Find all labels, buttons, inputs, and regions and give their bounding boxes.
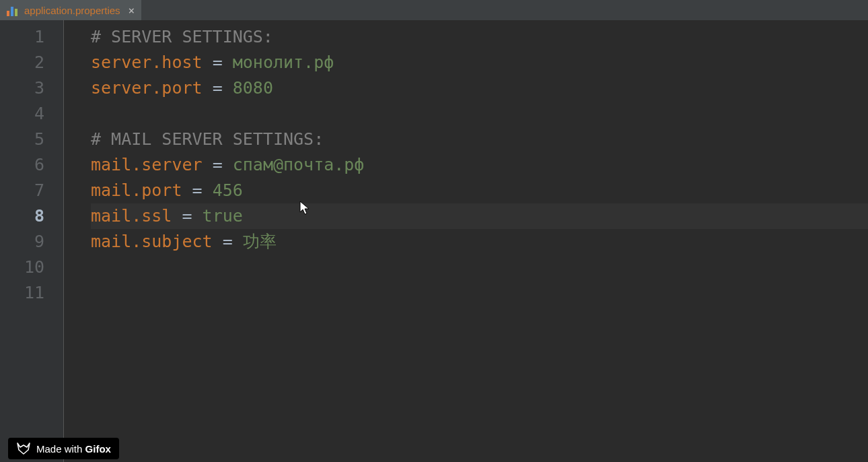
line-number-current[interactable]: 8 — [0, 203, 63, 229]
line-number[interactable]: 3 — [0, 75, 63, 101]
tab-bar: application.properties × — [0, 0, 868, 20]
file-tab[interactable]: application.properties × — [0, 0, 141, 20]
code-line[interactable]: mail.subject = 功率 — [91, 229, 868, 255]
property-key: server.host — [91, 53, 203, 72]
line-number[interactable]: 5 — [0, 127, 63, 152]
line-number[interactable]: 6 — [0, 152, 63, 178]
property-value: спам@почта.рф — [233, 155, 365, 174]
code-line[interactable]: server.host = монолит.рф — [91, 50, 868, 75]
property-value: 功率 — [243, 232, 277, 251]
comment-text: # SERVER SETTINGS: — [91, 27, 273, 46]
line-number-gutter[interactable]: 1 2 3 4 5 6 7 8 9 10 11 — [0, 20, 64, 462]
property-key: mail.server — [91, 155, 203, 174]
properties-file-icon — [7, 4, 19, 16]
code-line[interactable]: mail.server = спам@почта.рф — [91, 152, 868, 178]
equals-sign: = — [203, 78, 233, 98]
property-value: true — [203, 206, 243, 226]
equals-sign: = — [182, 180, 212, 200]
gifox-text: Made with Gifox — [36, 443, 111, 455]
editor-area: 1 2 3 4 5 6 7 8 9 10 11 # SERVER SETTING… — [0, 20, 868, 462]
gifox-watermark: Made with Gifox — [8, 438, 119, 459]
equals-sign: = — [213, 232, 243, 251]
property-key: server.port — [91, 78, 203, 98]
property-key: mail.subject — [91, 232, 213, 251]
comment-text: # MAIL SERVER SETTINGS: — [91, 129, 324, 149]
code-line[interactable]: server.port = 8080 — [91, 75, 868, 101]
line-number[interactable]: 4 — [0, 101, 63, 127]
code-line[interactable] — [91, 255, 868, 280]
code-editor[interactable]: # SERVER SETTINGS: server.host = монолит… — [64, 20, 868, 462]
code-line[interactable]: # SERVER SETTINGS: — [91, 24, 868, 50]
code-line[interactable] — [91, 280, 868, 306]
line-number[interactable]: 1 — [0, 24, 63, 50]
property-value: 456 — [213, 180, 243, 200]
code-line-current[interactable]: mail.ssl = true — [91, 203, 868, 229]
equals-sign: = — [172, 206, 202, 226]
property-key: mail.port — [91, 180, 182, 200]
line-number[interactable]: 9 — [0, 229, 63, 255]
property-key: mail.ssl — [91, 206, 172, 226]
line-number[interactable]: 10 — [0, 255, 63, 280]
equals-sign: = — [203, 155, 233, 174]
property-value: монолит.рф — [233, 53, 334, 72]
property-value: 8080 — [233, 78, 273, 98]
tab-filename: application.properties — [24, 5, 120, 16]
code-line[interactable] — [91, 101, 868, 127]
code-line[interactable]: # MAIL SERVER SETTINGS: — [91, 127, 868, 152]
line-number[interactable]: 7 — [0, 178, 63, 203]
close-tab-icon[interactable]: × — [129, 4, 135, 17]
fox-icon — [16, 442, 31, 455]
line-number[interactable]: 2 — [0, 50, 63, 75]
equals-sign: = — [203, 53, 233, 72]
line-number[interactable]: 11 — [0, 280, 63, 306]
code-line[interactable]: mail.port = 456 — [91, 178, 868, 203]
